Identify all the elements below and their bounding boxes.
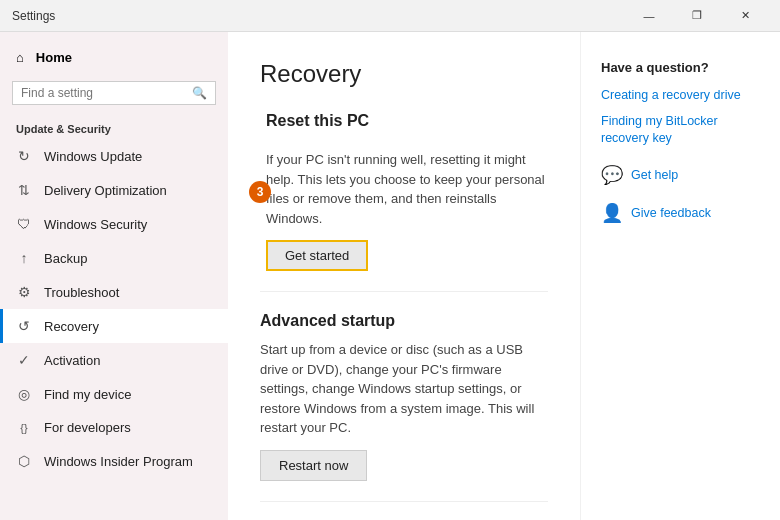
bitlocker-link[interactable]: Finding my BitLocker recovery key	[601, 113, 760, 148]
feedback-icon: 👤	[601, 202, 623, 224]
reset-header-row: 3 Reset this PC	[266, 112, 548, 140]
advanced-section: Advanced startup Start up from a device …	[260, 312, 548, 481]
advanced-description: Start up from a device or disc (such as …	[260, 340, 548, 438]
sidebar-item-delivery-optimization[interactable]: ⇅ Delivery Optimization	[0, 173, 228, 207]
security-icon: 🛡	[16, 216, 32, 232]
sidebar-item-insider[interactable]: ⬡ Windows Insider Program	[0, 444, 228, 478]
get-help-action[interactable]: 💬 Get help	[601, 164, 760, 186]
right-panel-title: Have a question?	[601, 60, 760, 75]
main-content: Recovery 3 Reset this PC If your PC isn'…	[228, 32, 580, 520]
sidebar-item-label: Activation	[44, 353, 100, 368]
step-badge: 3	[249, 181, 271, 203]
recovery-icon: ↺	[16, 318, 32, 334]
activation-icon: ✓	[16, 352, 32, 368]
title-bar: Settings — ❐ ✕	[0, 0, 780, 32]
divider-2	[260, 501, 548, 502]
developers-icon: {}	[16, 422, 32, 434]
sidebar-item-windows-update[interactable]: ↻ Windows Update	[0, 139, 228, 173]
give-feedback-link[interactable]: Give feedback	[631, 206, 711, 220]
sidebar-item-label: Troubleshoot	[44, 285, 119, 300]
right-panel: Have a question? Creating a recovery dri…	[580, 32, 780, 520]
get-help-link[interactable]: Get help	[631, 168, 678, 182]
sidebar-item-recovery[interactable]: ↺ Recovery	[0, 309, 228, 343]
home-label: Home	[36, 50, 72, 65]
app-body: ⌂ Home 🔍 Update & Security ↻ Windows Upd…	[0, 32, 780, 520]
sidebar-item-label: Windows Update	[44, 149, 142, 164]
sidebar-item-label: Find my device	[44, 387, 131, 402]
delivery-icon: ⇅	[16, 182, 32, 198]
sidebar-item-home[interactable]: ⌂ Home	[0, 40, 228, 75]
sidebar-item-label: Backup	[44, 251, 87, 266]
sidebar-item-developers[interactable]: {} For developers	[0, 411, 228, 444]
search-icon: 🔍	[192, 86, 207, 100]
reset-section: 3 Reset this PC If your PC isn't running…	[260, 112, 548, 271]
sidebar-item-backup[interactable]: ↑ Backup	[0, 241, 228, 275]
sidebar-item-windows-security[interactable]: 🛡 Windows Security	[0, 207, 228, 241]
app-title: Settings	[12, 9, 55, 23]
sidebar-item-find-my-device[interactable]: ◎ Find my device	[0, 377, 228, 411]
reset-description: If your PC isn't running well, resetting…	[266, 150, 548, 228]
recovery-drive-link[interactable]: Creating a recovery drive	[601, 87, 760, 105]
sidebar-item-label: Windows Security	[44, 217, 147, 232]
update-icon: ↻	[16, 148, 32, 164]
maximize-button[interactable]: ❐	[674, 0, 720, 32]
close-button[interactable]: ✕	[722, 0, 768, 32]
give-feedback-action[interactable]: 👤 Give feedback	[601, 202, 760, 224]
get-started-button[interactable]: Get started	[266, 240, 368, 271]
find-device-icon: ◎	[16, 386, 32, 402]
reset-section-title: Reset this PC	[266, 112, 369, 130]
sidebar: ⌂ Home 🔍 Update & Security ↻ Windows Upd…	[0, 32, 228, 520]
sidebar-item-label: Recovery	[44, 319, 99, 334]
insider-icon: ⬡	[16, 453, 32, 469]
advanced-section-title: Advanced startup	[260, 312, 548, 330]
search-input[interactable]	[21, 86, 186, 100]
sidebar-item-label: For developers	[44, 420, 131, 435]
help-icon: 💬	[601, 164, 623, 186]
search-box: 🔍	[12, 81, 216, 105]
troubleshoot-icon: ⚙	[16, 284, 32, 300]
sidebar-item-label: Windows Insider Program	[44, 454, 193, 469]
divider-1	[260, 291, 548, 292]
section-header: Update & Security	[0, 115, 228, 139]
sidebar-item-troubleshoot[interactable]: ⚙ Troubleshoot	[0, 275, 228, 309]
restart-now-button[interactable]: Restart now	[260, 450, 367, 481]
home-icon: ⌂	[16, 50, 24, 65]
backup-icon: ↑	[16, 250, 32, 266]
sidebar-item-activation[interactable]: ✓ Activation	[0, 343, 228, 377]
window-controls: — ❐ ✕	[626, 0, 768, 32]
page-title: Recovery	[260, 60, 548, 88]
minimize-button[interactable]: —	[626, 0, 672, 32]
sidebar-item-label: Delivery Optimization	[44, 183, 167, 198]
